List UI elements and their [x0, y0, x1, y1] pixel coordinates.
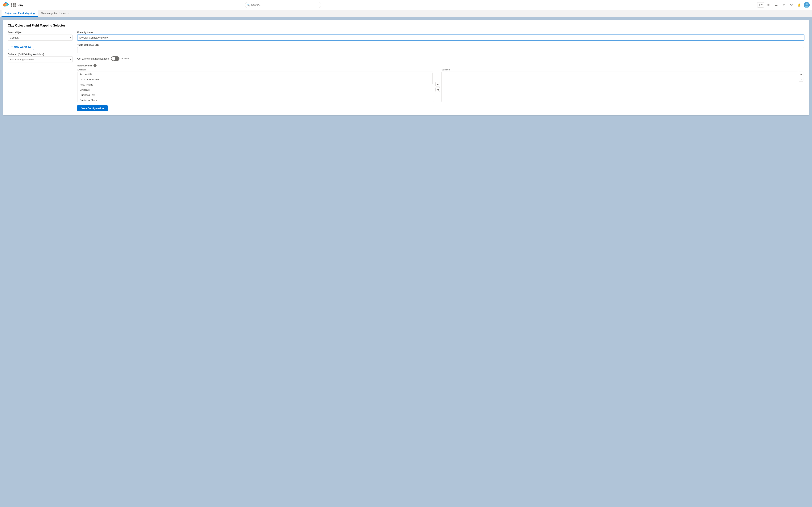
- bell-icon: 🔔: [797, 3, 801, 7]
- move-left-button[interactable]: ◀: [435, 87, 440, 92]
- select-fields-label: Select Fields: [77, 64, 92, 67]
- move-right-button[interactable]: ▶: [435, 82, 440, 87]
- tab-object-field-mapping[interactable]: Object and Field Mapping: [2, 10, 38, 17]
- friendly-name-input[interactable]: [77, 35, 804, 41]
- new-workflow-label: New Workflow: [14, 45, 31, 48]
- app-name[interactable]: Clay: [17, 3, 23, 6]
- help-button[interactable]: ?: [781, 2, 787, 8]
- main-card: Clay Object and Field Mapping Selector S…: [3, 20, 809, 115]
- cloud-icon: ☁: [774, 3, 778, 7]
- search-container: 🔍: [245, 2, 321, 8]
- svg-point-8: [5, 4, 7, 6]
- enrichment-toggle-row: Get Enrichment Notifications Inactive: [77, 56, 804, 61]
- edit-existing-wrapper: Edit Existing Workflow ▾: [8, 56, 73, 62]
- help-icon: ?: [783, 3, 785, 6]
- select-fields-section: Select Fields i Available Account ID As: [77, 64, 804, 102]
- tab-clay-integration-events[interactable]: Clay Integration Events ▾: [38, 10, 71, 17]
- plus-icon: +: [11, 45, 13, 49]
- notification-button[interactable]: 🔔: [796, 2, 802, 8]
- setup-icon: ⚙: [790, 3, 793, 7]
- list-item[interactable]: Business Fax: [77, 93, 434, 98]
- enrichment-toggle-switch[interactable]: [111, 56, 119, 61]
- search-icon: 🔍: [247, 3, 250, 6]
- save-label: Save Configuration: [81, 107, 104, 110]
- friendly-name-group: Friendly Name: [77, 31, 804, 41]
- select-object-dropdown[interactable]: Contact: [8, 35, 73, 41]
- optional-label: Optional (Edit Existing Workflow): [8, 53, 73, 56]
- dual-listbox: Available Account ID Assistant's Name As…: [77, 68, 804, 102]
- move-down-button[interactable]: ▼: [799, 77, 803, 81]
- webhook-url-label: Table Webhook URL: [77, 44, 804, 46]
- arrow-up-icon: ▲: [800, 72, 802, 75]
- webhook-url-group: Table Webhook URL: [77, 44, 804, 53]
- tab-bar: Object and Field Mapping Clay Integratio…: [0, 10, 812, 17]
- enrichment-toggle-label: Get Enrichment Notifications: [77, 57, 109, 60]
- arrow-down-icon: ▼: [800, 78, 802, 80]
- available-label: Available: [77, 68, 434, 71]
- select-fields-info-icon[interactable]: i: [93, 64, 97, 67]
- card-title: Clay Object and Field Mapping Selector: [8, 24, 804, 27]
- add-icon: ⊕: [767, 3, 770, 7]
- left-column: Select Object Contact ▾ + New Workflow O: [8, 31, 73, 65]
- list-item[interactable]: Account ID: [77, 72, 434, 77]
- svg-point-10: [806, 3, 808, 5]
- cloud-button[interactable]: ☁: [773, 2, 779, 8]
- nav-actions: ★ ▾ ⊕ ☁ ? ⚙ 🔔: [757, 2, 810, 8]
- available-listbox-container: Available Account ID Assistant's Name As…: [77, 68, 434, 102]
- tab-chevron-icon: ▾: [68, 12, 69, 14]
- add-button[interactable]: ⊕: [765, 2, 771, 8]
- favorites-button[interactable]: ★ ▾: [757, 2, 764, 8]
- toggle-status-text: Inactive: [121, 57, 129, 60]
- selected-label: Selected: [441, 68, 798, 71]
- webhook-url-input[interactable]: [77, 47, 804, 53]
- edit-existing-dropdown[interactable]: Edit Existing Workflow: [8, 56, 73, 62]
- select-object-group: Select Object Contact ▾: [8, 31, 73, 41]
- search-input[interactable]: [245, 2, 321, 8]
- app-logo[interactable]: [2, 1, 9, 9]
- selected-listbox-container: Selected: [441, 68, 798, 102]
- scrollbar: [433, 72, 433, 84]
- waffle-icon: [11, 3, 16, 7]
- new-workflow-button[interactable]: + New Workflow: [8, 44, 34, 50]
- toggle-container: Inactive: [111, 56, 129, 61]
- waffle-menu[interactable]: [11, 2, 16, 8]
- edit-existing-group: Optional (Edit Existing Workflow) Edit E…: [8, 53, 73, 62]
- tab-label: Clay Integration Events: [41, 12, 66, 14]
- list-item[interactable]: Business Phone: [77, 98, 434, 102]
- tab-label: Object and Field Mapping: [5, 12, 35, 14]
- select-fields-header: Select Fields i: [77, 64, 804, 67]
- friendly-name-label: Friendly Name: [77, 31, 804, 34]
- list-item[interactable]: Asst. Phone: [77, 82, 434, 87]
- available-listbox[interactable]: Account ID Assistant's Name Asst. Phone …: [77, 71, 434, 102]
- list-item[interactable]: Assistant's Name: [77, 77, 434, 82]
- top-navigation: Clay 🔍 ★ ▾ ⊕ ☁ ? ⚙ 🔔: [0, 0, 812, 10]
- list-item[interactable]: Birthdate: [77, 87, 434, 93]
- star-icon: ★: [759, 3, 761, 6]
- right-column: Friendly Name Table Webhook URL Get Enri…: [77, 31, 804, 111]
- save-configuration-button[interactable]: Save Configuration: [77, 105, 108, 111]
- chevron-icon: ▾: [761, 3, 763, 6]
- page-content: Clay Object and Field Mapping Selector S…: [0, 17, 812, 507]
- user-avatar[interactable]: [804, 2, 810, 8]
- arrow-left-icon: ◀: [437, 88, 439, 91]
- selected-listbox[interactable]: [441, 71, 798, 102]
- move-up-button[interactable]: ▲: [799, 71, 803, 76]
- arrow-right-icon: ▶: [437, 83, 439, 86]
- avatar-image: [804, 2, 810, 8]
- reorder-buttons: ▲ ▼: [798, 71, 804, 102]
- select-object-label: Select Object: [8, 31, 73, 34]
- setup-button[interactable]: ⚙: [788, 2, 795, 8]
- select-object-wrapper: Contact ▾: [8, 35, 73, 41]
- transfer-buttons: ▶ ◀: [434, 71, 441, 102]
